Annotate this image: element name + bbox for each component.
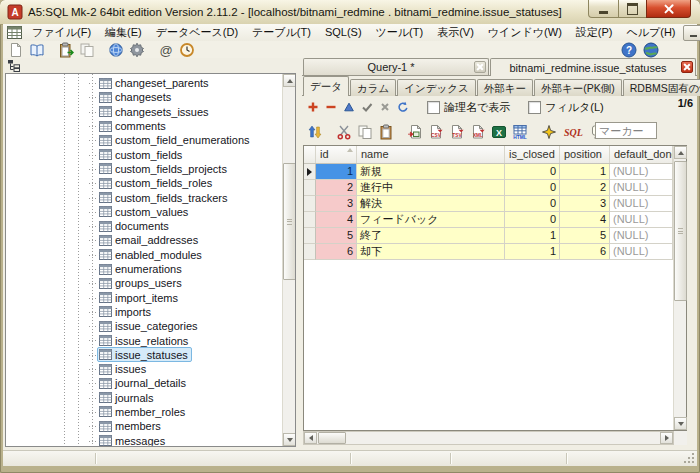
cell-position[interactable]: 4 [560,212,610,228]
cell-is_closed[interactable]: 0 [505,212,560,228]
close-button[interactable] [646,0,691,18]
table-window-icon[interactable] [7,26,22,39]
cell-name[interactable]: フィードバック [357,212,505,228]
tree-item-member_roles[interactable]: member_roles [6,405,282,419]
cell-default_done_ratio[interactable]: (NULL) [610,212,673,228]
tree-item-changesets_issues[interactable]: changesets_issues [6,105,282,119]
tab-RDBMS固有の情報[interactable]: RDBMS固有の情報 [623,79,700,96]
maximize-button[interactable] [618,0,647,18]
cell-default_done_ratio[interactable]: (NULL) [610,164,673,180]
cell-is_closed[interactable]: 1 [505,228,560,244]
column-header-position[interactable]: position [560,146,610,163]
titlebar[interactable]: A A5:SQL Mk-2 64bit edition Version 2.11… [0,0,700,25]
sort-updown-icon[interactable] [307,124,323,140]
document-tab-1[interactable]: Query-1 * [303,58,489,75]
cell-name[interactable]: 進行中 [357,180,505,196]
tree-item-changesets[interactable]: changesets [6,90,282,104]
cell-position[interactable]: 6 [560,244,610,260]
marker-input[interactable] [595,122,657,139]
row-selector[interactable] [304,228,316,244]
cell-position[interactable]: 3 [560,196,610,212]
export-excel-icon[interactable]: X [491,124,507,140]
cell-name[interactable]: 却下 [357,244,505,260]
grid-scroll-right-icon[interactable] [660,432,673,444]
cell-id[interactable]: 4 [316,212,357,228]
settings-gear-icon[interactable] [129,42,145,58]
cell-id[interactable]: 6 [316,244,357,260]
grid-scroll-up-icon[interactable] [674,146,687,159]
cell-id[interactable]: 5 [316,228,357,244]
tree-item-issue_categories[interactable]: issue_categories [6,319,282,333]
paste-special-icon[interactable] [58,42,74,58]
database-connect-icon[interactable] [108,42,124,58]
tree-item-issue_relations[interactable]: issue_relations [6,333,282,347]
tree-item-messages[interactable]: messages [6,433,282,447]
cell-is_closed[interactable]: 0 [505,164,560,180]
menu-table[interactable]: テーブル(T) [245,24,318,41]
cell-position[interactable]: 1 [560,164,610,180]
cell-name[interactable]: 新規 [357,164,505,180]
edit-record-icon[interactable] [343,101,355,113]
export-xml-icon[interactable]: XML [470,124,486,140]
tree-item-enabled_modules[interactable]: enabled_modules [6,248,282,262]
tree-item-members[interactable]: members [6,419,282,433]
object-tree-icon[interactable] [7,59,21,72]
menu-edit[interactable]: 編集(E) [98,24,149,41]
web-globe-icon[interactable] [643,42,659,58]
filter-checkbox[interactable] [528,101,541,114]
resize-grip[interactable] [684,453,695,464]
cell-is_closed[interactable]: 0 [505,180,560,196]
row-selector[interactable] [304,180,316,196]
menu-database[interactable]: データベース(D) [149,24,245,41]
grid-scroll-left-icon[interactable] [304,432,317,444]
copy-disabled-icon[interactable] [79,42,95,58]
tree-item-custom_field_enumerations[interactable]: custom_field_enumerations [6,133,282,147]
tree-item-custom_fields[interactable]: custom_fields [6,147,282,161]
tree-scroll-thumb[interactable] [283,163,296,280]
open-file-icon[interactable] [29,42,45,58]
cell-name[interactable]: 終了 [357,228,505,244]
tree-scrollbar[interactable] [282,74,295,446]
export-tsv-icon[interactable]: TSV [449,124,465,140]
menu-help[interactable]: ヘルプ(H) [619,24,682,41]
mdi-minimize-button[interactable] [683,25,700,41]
grid-hscroll-thumb[interactable] [318,432,346,444]
tree-item-custom_fields_trackers[interactable]: custom_fields_trackers [6,190,282,204]
post-record-icon[interactable] [361,101,373,113]
menu-window[interactable]: ウインドウ(W) [481,24,569,41]
cell-id[interactable]: 3 [316,196,357,212]
paste-cells-icon[interactable] [378,124,394,140]
export-html-icon[interactable]: HTML [512,124,528,140]
cell-is_closed[interactable]: 1 [505,244,560,260]
tree-item-changeset_parents[interactable]: changeset_parents [6,76,282,90]
grid-horizontal-scrollbar[interactable] [303,431,674,445]
menu-settings[interactable]: 設定(P) [569,24,620,41]
refresh-records-icon[interactable] [397,101,409,113]
tree-item-custom_fields_projects[interactable]: custom_fields_projects [6,162,282,176]
minimize-button[interactable] [588,0,619,18]
row-selector[interactable] [304,212,316,228]
tab-データ[interactable]: データ [303,76,349,96]
cell-default_done_ratio[interactable]: (NULL) [610,180,673,196]
cell-position[interactable]: 5 [560,228,610,244]
cell-default_done_ratio[interactable]: (NULL) [610,228,673,244]
cell-id[interactable]: 2 [316,180,357,196]
tree-scroll-up-icon[interactable] [283,74,296,87]
tree-item-groups_users[interactable]: groups_users [6,276,282,290]
tab-外部キー[interactable]: 外部キー [477,79,533,96]
cell-position[interactable]: 2 [560,180,610,196]
tree-item-issue_statuses[interactable]: issue_statuses [6,348,282,362]
delete-record-icon[interactable] [325,101,337,113]
cell-decoration-icon[interactable] [541,124,557,140]
tab-インデックス[interactable]: インデックス [397,79,475,96]
menu-sql[interactable]: SQL(S) [318,24,369,41]
cell-id[interactable]: 1 [316,164,357,180]
tab-カラム[interactable]: カラム [350,79,396,96]
tree-scroll-down-icon[interactable] [283,433,296,446]
mail-at-icon[interactable]: @ [158,42,174,58]
tree-item-issues[interactable]: issues [6,362,282,376]
grid-vertical-scrollbar[interactable] [673,146,686,430]
grid-scroll-down-icon[interactable] [674,417,687,430]
cell-name[interactable]: 解決 [357,196,505,212]
menu-view[interactable]: 表示(V) [430,24,481,41]
